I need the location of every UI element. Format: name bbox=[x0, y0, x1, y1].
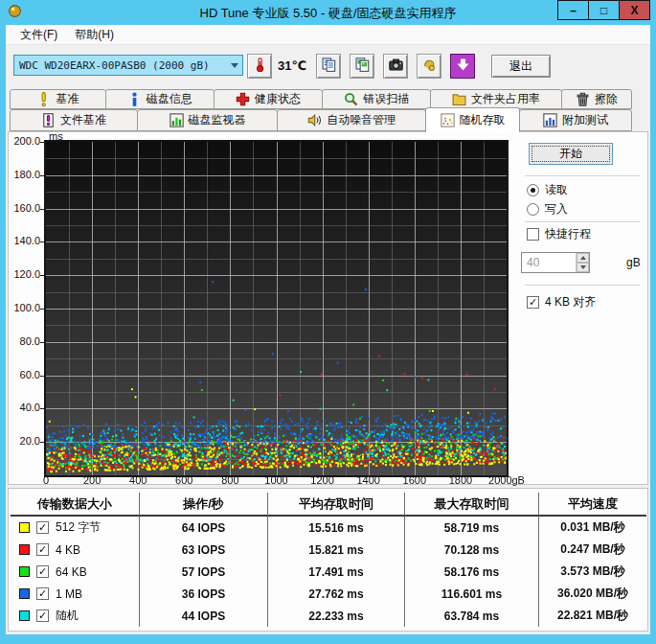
tab-label: 随机存取 bbox=[460, 112, 506, 128]
copy-text-button[interactable] bbox=[316, 54, 341, 79]
menu-file[interactable]: 文件(F) bbox=[11, 25, 66, 45]
update-arrow-icon bbox=[456, 58, 470, 75]
checkbox-unchecked-icon bbox=[527, 228, 539, 241]
series-label: 4 KB bbox=[56, 543, 80, 557]
result-cell: 17.491 ms bbox=[268, 561, 405, 583]
4kb-align-checkbox[interactable]: 4 KB 对齐 bbox=[527, 294, 596, 310]
tab-label: 文件夹占用率 bbox=[471, 91, 540, 107]
short-stroke-size-value: 40 bbox=[522, 253, 576, 272]
thermometer-icon bbox=[253, 58, 267, 75]
toolbar-buttons bbox=[316, 54, 475, 79]
y-axis-tick bbox=[40, 442, 44, 443]
spin-down-button[interactable] bbox=[577, 263, 589, 272]
x-axis-tick-label: 800 bbox=[221, 474, 238, 486]
read-radio[interactable]: 读取 bbox=[527, 182, 568, 197]
result-cell: 44 IOPS bbox=[140, 605, 268, 627]
series-checkbox-3[interactable] bbox=[36, 587, 49, 600]
series-color-swatch bbox=[19, 544, 30, 555]
y-axis-tick-label: 200.0 bbox=[9, 135, 40, 147]
result-cell: 22.821 MB/秒 bbox=[539, 605, 646, 627]
tab-aam[interactable]: 自动噪音管理 bbox=[277, 109, 426, 131]
save-button[interactable] bbox=[417, 54, 441, 79]
tab-label: 文件基准 bbox=[60, 112, 106, 128]
x-axis-tick-label: 1200 bbox=[310, 474, 333, 486]
tab-label: 擦除 bbox=[595, 91, 618, 107]
copy-image-button[interactable] bbox=[350, 54, 374, 79]
tab-erase[interactable]: 擦除 bbox=[561, 89, 632, 109]
series-color-swatch bbox=[19, 566, 30, 577]
y-axis-tick-label: 60.0 bbox=[9, 369, 40, 380]
series-color-swatch bbox=[19, 588, 30, 599]
write-radio-label: 写入 bbox=[545, 201, 568, 218]
result-cell: 58.719 ms bbox=[405, 517, 539, 539]
y-axis-tick-label: 120.0 bbox=[9, 268, 40, 280]
checkbox-checked-icon bbox=[527, 296, 539, 309]
tab-extra-tests[interactable]: 附加测试 bbox=[519, 109, 632, 131]
temperature-button[interactable] bbox=[247, 54, 272, 79]
tab-error-scan[interactable]: 错误扫描 bbox=[322, 89, 431, 109]
series-color-swatch bbox=[19, 610, 30, 621]
y-axis-tick bbox=[40, 376, 44, 377]
tab-disk-monitor[interactable]: 磁盘监视器 bbox=[137, 109, 279, 131]
result-cell: 58.176 ms bbox=[405, 561, 539, 583]
series-color-swatch bbox=[19, 522, 30, 533]
y-axis-tick bbox=[40, 408, 44, 409]
drive-select[interactable]: WDC WD20EARX-00PASB0 (2000 gB) bbox=[13, 55, 243, 76]
result-cell: 22.233 ms bbox=[268, 605, 405, 627]
series-checkbox-1[interactable] bbox=[36, 543, 49, 556]
spinner-buttons bbox=[576, 253, 589, 272]
titlebar: HD Tune 专业版 5.50 - 硬盘/固态硬盘实用程序 – □ X bbox=[0, 0, 656, 25]
series-checkbox-0[interactable] bbox=[36, 521, 49, 534]
copy-image-icon bbox=[355, 58, 370, 75]
series-label: 512 字节 bbox=[56, 519, 101, 536]
y-axis-tick bbox=[40, 275, 44, 276]
separator bbox=[525, 175, 640, 177]
short-stroke-size-input[interactable]: 40 bbox=[521, 252, 590, 273]
y-axis-tick bbox=[40, 209, 44, 210]
close-button[interactable]: X bbox=[619, 0, 650, 20]
column-header: 平均存取时间 bbox=[268, 493, 405, 517]
screenshot-button[interactable] bbox=[383, 54, 408, 79]
file-benchmark-icon bbox=[41, 113, 56, 127]
series-checkbox-4[interactable] bbox=[36, 610, 49, 622]
series-label: 随机 bbox=[56, 608, 79, 624]
tab-health[interactable]: 健康状态 bbox=[214, 89, 324, 109]
tab-label: 健康状态 bbox=[255, 91, 301, 107]
result-cell: 0.031 MB/秒 bbox=[539, 517, 646, 539]
triangle-down-icon bbox=[580, 265, 586, 269]
tab-disk-info[interactable]: 磁盘信息 bbox=[105, 89, 215, 109]
write-radio[interactable]: 写入 bbox=[527, 201, 568, 217]
short-stroke-checkbox[interactable]: 快捷行程 bbox=[527, 226, 591, 242]
start-button[interactable]: 开始 bbox=[529, 143, 613, 165]
tab-file-benchmark[interactable]: 文件基准 bbox=[10, 109, 138, 131]
menu-help[interactable]: 帮助(H) bbox=[66, 25, 123, 45]
tab-random-access[interactable]: 随机存取 bbox=[425, 107, 520, 132]
result-cell: 70.128 ms bbox=[405, 539, 539, 561]
radio-unselected-icon bbox=[527, 203, 539, 216]
maximize-button[interactable]: □ bbox=[588, 0, 620, 20]
benchmark-icon bbox=[36, 92, 51, 106]
extra-tests-icon bbox=[543, 113, 557, 127]
spin-up-button[interactable] bbox=[577, 253, 589, 263]
tab-benchmark[interactable]: 基准 bbox=[10, 89, 106, 109]
series-checkbox-2[interactable] bbox=[36, 565, 49, 578]
y-axis-tick-label: 40.0 bbox=[9, 402, 40, 413]
column-header: 操作/秒 bbox=[140, 493, 268, 517]
series-label: 1 MB bbox=[56, 587, 82, 601]
y-axis-tick-label: 140.0 bbox=[9, 235, 40, 246]
update-button[interactable] bbox=[450, 54, 475, 79]
y-axis-tick bbox=[40, 242, 44, 242]
tab-row-1: 基准磁盘信息健康状态错误扫描文件夹占用率擦除 bbox=[10, 89, 632, 109]
exit-button[interactable]: 退出 bbox=[491, 55, 551, 78]
x-axis-tick-label: 2000gB bbox=[488, 474, 525, 486]
menubar: 文件(F) 帮助(H) bbox=[6, 25, 650, 45]
y-axis-tick bbox=[40, 142, 44, 143]
folder-usage-icon bbox=[452, 92, 466, 106]
tab-folder-usage[interactable]: 文件夹占用率 bbox=[430, 89, 562, 109]
copy-text-icon bbox=[322, 58, 336, 75]
minimize-button[interactable]: – bbox=[557, 0, 589, 20]
4kb-align-label: 4 KB 对齐 bbox=[545, 294, 596, 310]
x-axis-tick-label: 400 bbox=[129, 474, 147, 486]
column-header: 平均速度 bbox=[539, 493, 646, 517]
result-cell: 57 IOPS bbox=[140, 561, 268, 583]
